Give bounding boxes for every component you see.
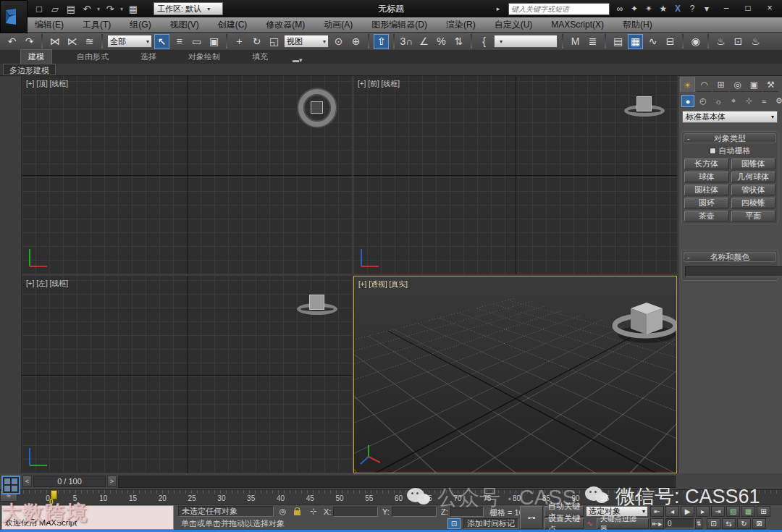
pan-view-icon[interactable]: ⇆	[722, 518, 736, 529]
key-filters-button[interactable]: 关键点过滤器...	[597, 518, 649, 529]
previous-key-icon[interactable]: ⇤▸	[650, 518, 664, 529]
reference-coordinate-dropdown[interactable]: 视图	[284, 35, 329, 48]
menu-customize[interactable]: 自定义(U)	[495, 19, 533, 31]
subscription-icon[interactable]: ✦	[628, 4, 640, 14]
new-key-curve-icon[interactable]: ∿	[584, 518, 596, 529]
scene-object-box-3d[interactable]	[609, 292, 677, 349]
x-coordinate-field[interactable]	[333, 507, 378, 517]
scene-explorer-icon[interactable]: ▦	[628, 34, 643, 49]
workspace-dropdown[interactable]: 工作区: 默认 ▾	[154, 2, 223, 15]
new-file-icon[interactable]: □	[32, 1, 46, 16]
tab-modify[interactable]: ◠	[697, 77, 712, 92]
ribbon-tab-object-paint[interactable]: 对象绘制	[181, 50, 227, 64]
object-name-input[interactable]	[685, 266, 782, 277]
scene-object-box-top[interactable]	[311, 101, 323, 114]
viewport-top-label[interactable]: [+] [顶] [线框]	[26, 79, 68, 89]
button-teapot[interactable]: 茶壶	[684, 211, 729, 221]
help-dropdown-icon[interactable]: ▾	[701, 4, 712, 14]
z-coordinate-field[interactable]	[450, 507, 484, 517]
tab-create[interactable]: ☀	[680, 77, 695, 92]
undo-dropdown-icon[interactable]: ▾	[96, 1, 101, 16]
project-folder-icon[interactable]: ▦	[126, 1, 140, 16]
maxscript-mini-listener[interactable]: 欢迎使用 MAXScript	[1, 505, 174, 530]
infocenter-collapse-icon[interactable]: ▸	[492, 5, 504, 12]
tab-motion[interactable]: ◎	[730, 77, 745, 92]
subcat-helpers-icon[interactable]: ⊹	[742, 95, 755, 107]
open-file-icon[interactable]: ▱	[48, 1, 62, 16]
frame-spinner[interactable]: ⇅	[695, 518, 702, 529]
menu-create[interactable]: 创建(C)	[218, 19, 248, 31]
viewport-left[interactable]: [+] [左] [线框]	[22, 276, 352, 473]
subcat-systems-icon[interactable]: ⚙	[773, 95, 782, 107]
render-setup-icon[interactable]: ♨	[713, 34, 728, 49]
redo-toolbar-icon[interactable]: ↷	[22, 34, 37, 49]
search-submit-icon[interactable]: ∞	[614, 4, 626, 14]
menu-edit[interactable]: 编辑(E)	[35, 19, 64, 31]
selection-lock-icon[interactable]	[291, 506, 303, 517]
redo-dropdown-icon[interactable]: ▾	[119, 1, 125, 16]
window-crossing-icon[interactable]: ▣	[206, 34, 222, 49]
keyboard-override-icon[interactable]: ⇧	[374, 34, 389, 49]
select-and-manipulate-icon[interactable]: ⊕	[348, 34, 363, 49]
angle-snap-icon[interactable]: ∠	[416, 34, 432, 49]
go-to-end-icon[interactable]: ⇥	[711, 506, 725, 517]
tab-display[interactable]: ▣	[747, 77, 762, 92]
use-pivot-center-icon[interactable]: ⊙	[331, 34, 346, 49]
set-keys-button[interactable]: ⊶	[520, 506, 543, 529]
button-tube[interactable]: 管状体	[731, 185, 776, 195]
schematic-view-icon[interactable]: ⊟	[663, 34, 678, 49]
layer-manager-icon[interactable]: ▤	[610, 34, 626, 49]
menu-graph-editors[interactable]: 图形编辑器(D)	[371, 19, 427, 31]
close-button[interactable]: ×	[759, 0, 781, 16]
redo-icon[interactable]: ↷	[103, 1, 117, 16]
subcat-shapes-icon[interactable]: ◴	[697, 95, 710, 107]
ribbon-tab-freeform[interactable]: 自由形式	[70, 50, 116, 64]
name-color-rollout-header[interactable]: - 名称和颜色	[684, 252, 776, 262]
button-box[interactable]: 长方体	[684, 159, 729, 169]
menu-modifiers[interactable]: 修改器(M)	[266, 19, 305, 31]
tab-utilities[interactable]: ⚒	[763, 77, 778, 92]
zoom-extents-icon[interactable]: ▧	[726, 506, 740, 517]
menu-group[interactable]: 组(G)	[130, 19, 151, 31]
menu-tools[interactable]: 工具(T)	[83, 19, 111, 31]
select-and-scale-icon[interactable]: ◱	[266, 34, 282, 49]
set-key-button[interactable]: 设置关键点	[545, 518, 584, 529]
autogrid-checkbox[interactable]	[710, 148, 716, 154]
spinner-snap-icon[interactable]: ⇅	[451, 34, 466, 49]
ribbon-tab-selection[interactable]: 选择	[133, 50, 164, 64]
edit-named-selections-icon[interactable]: {	[476, 34, 492, 49]
viewport-perspective-label[interactable]: [+] [透视] [真实]	[358, 279, 408, 290]
button-cone[interactable]: 圆锥体	[731, 159, 776, 169]
absolute-mode-icon[interactable]: ⊹	[307, 506, 319, 517]
menu-rendering[interactable]: 渲染(R)	[446, 19, 476, 31]
zoom-extents-all-icon[interactable]: ▦	[741, 506, 755, 517]
viewport-perspective[interactable]: [+] [透视] [真实]	[353, 276, 677, 473]
select-and-move-icon[interactable]: +	[232, 34, 247, 49]
communication-center-icon[interactable]: ✴	[643, 4, 655, 14]
favorites-star-icon[interactable]: ★	[657, 4, 669, 14]
tab-hierarchy[interactable]: ⊞	[713, 77, 728, 92]
help-icon[interactable]: ?	[686, 4, 698, 14]
ribbon-tab-populate[interactable]: 填充	[245, 50, 275, 64]
go-to-start-icon[interactable]: ⇤	[650, 506, 664, 517]
select-object-icon[interactable]: ↖	[154, 34, 169, 49]
next-frame-arrow[interactable]: >	[107, 476, 117, 487]
minimize-button[interactable]: –	[715, 0, 737, 16]
add-time-tag[interactable]: 添加时间标记	[463, 518, 518, 529]
menu-animation[interactable]: 动画(A)	[324, 19, 353, 31]
button-torus[interactable]: 圆环	[684, 198, 729, 208]
previous-frame-arrow[interactable]: <	[22, 476, 32, 487]
zoom-region-icon[interactable]: ⊡	[707, 518, 720, 529]
percent-snap-icon[interactable]: %	[434, 34, 449, 49]
search-input[interactable]	[508, 3, 610, 15]
scene-object-box-left[interactable]	[309, 295, 324, 310]
rect-selection-region-icon[interactable]: ▭	[189, 34, 204, 49]
current-frame-field[interactable]	[665, 518, 694, 528]
named-selection-dropdown[interactable]	[494, 35, 558, 48]
menu-maxscript[interactable]: MAXScript(X)	[551, 20, 604, 30]
object-type-rollout-header[interactable]: - 对象类型	[684, 133, 776, 143]
subcat-lights-icon[interactable]: ☼	[712, 95, 725, 107]
viewport-top[interactable]: [+] [顶] [线框]	[22, 76, 352, 274]
viewport-layout-tabs-button[interactable]	[1, 476, 20, 494]
maximize-viewport-icon[interactable]: ⊠	[752, 518, 766, 529]
